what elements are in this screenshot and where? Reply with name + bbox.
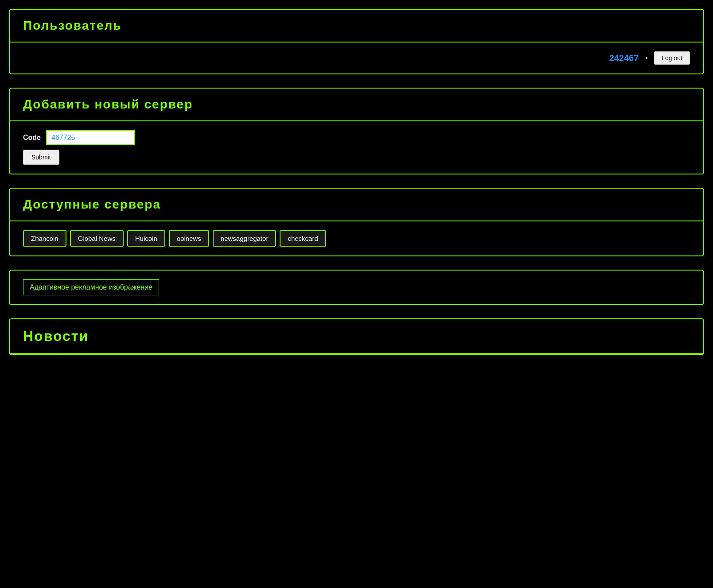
bullet-separator: • [645,54,647,62]
user-section-title: Пользователь [23,19,690,33]
submit-button[interactable]: Submit [23,150,59,165]
logout-button[interactable]: Log out [654,51,690,65]
news-section: Новости [9,318,704,355]
ad-section: Адаптивное рекламное изображение [9,270,704,305]
server-tag[interactable]: Huicoin [127,230,165,247]
code-label: Code [23,134,41,142]
servers-list: ZhancoinGlobal NewsHuicoinooinewsnewsagg… [23,230,690,247]
available-servers-section: Доступные сервера ZhancoinGlobal NewsHui… [9,188,704,256]
available-servers-body: ZhancoinGlobal NewsHuicoinooinewsnewsagg… [10,221,703,255]
user-id: 242467 [609,53,639,63]
code-form: Code Submit [23,130,690,165]
add-server-header: Добавить новый сервер [10,89,703,121]
add-server-section: Добавить новый сервер Code Submit [9,88,704,174]
news-section-header: Новости [10,319,703,354]
add-server-title: Добавить новый сервер [23,97,690,112]
user-section-header: Пользователь [10,10,703,43]
code-input[interactable] [46,130,135,145]
code-row: Code [23,130,135,145]
user-section: Пользователь 242467 • Log out [9,9,704,74]
user-section-body: 242467 • Log out [10,43,703,74]
server-tag[interactable]: ooinews [169,230,209,247]
add-server-body: Code Submit [10,121,703,174]
server-tag[interactable]: Zhancoin [23,230,66,247]
available-servers-title: Доступные сервера [23,197,690,212]
server-tag[interactable]: checkcard [280,230,326,247]
news-section-title: Новости [23,328,690,344]
ad-link[interactable]: Адаптивное рекламное изображение [23,279,159,295]
available-servers-header: Доступные сервера [10,189,703,221]
server-tag[interactable]: newsaggregator [213,230,277,247]
server-tag[interactable]: Global News [70,230,124,247]
